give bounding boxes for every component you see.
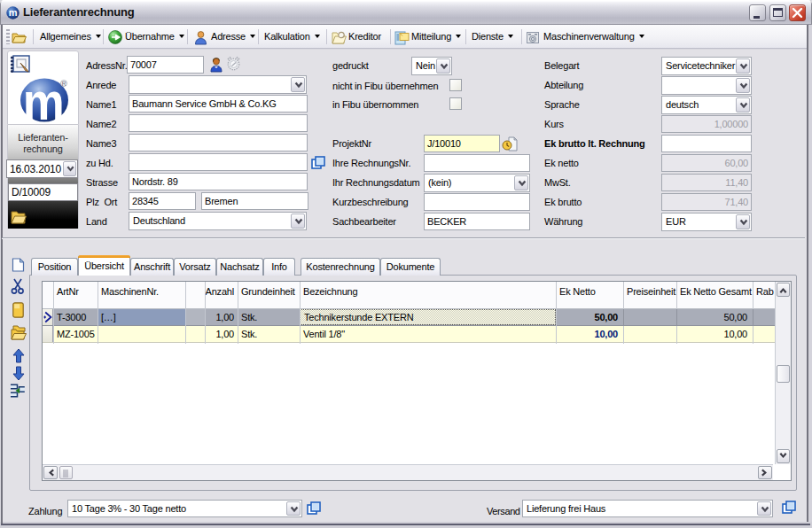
- svg-text:m: m: [23, 78, 65, 122]
- svg-text:R: R: [62, 81, 66, 87]
- svg-text:m: m: [9, 7, 18, 18]
